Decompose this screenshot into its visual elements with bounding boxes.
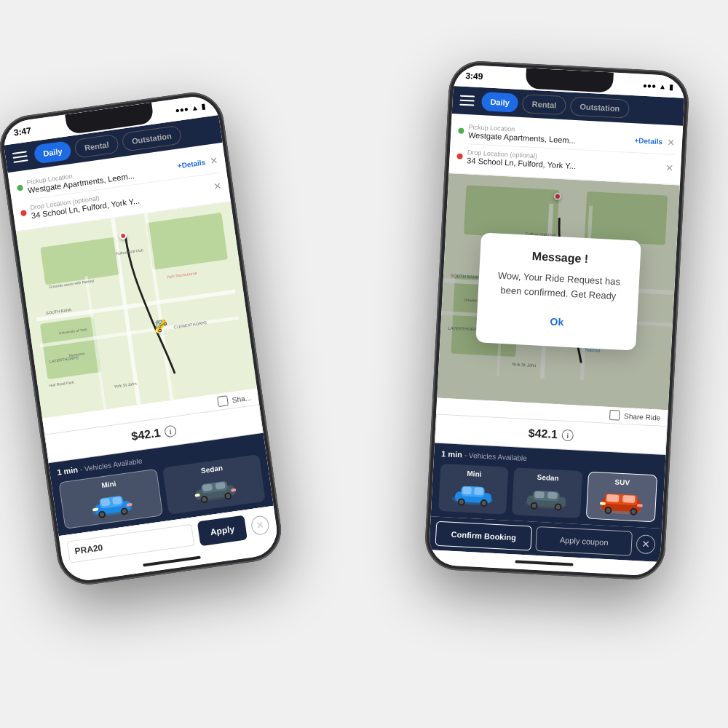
vehicles-subtext-left: - Vehicles Available xyxy=(79,456,143,473)
mini-car-svg-left xyxy=(87,488,137,521)
pickup-dot-left xyxy=(17,184,23,191)
svg-rect-63 xyxy=(548,492,558,499)
vehicle-sedan-right[interactable]: Sedan xyxy=(512,467,582,518)
signal-icon: ●●● xyxy=(175,104,189,114)
phone-left: 3:47 ●●● ▲ ▮ Daily Rental Outstation xyxy=(0,89,285,589)
home-bar-left xyxy=(143,555,201,566)
wifi-icon-right: ▲ xyxy=(659,82,666,90)
vehicle-sedan-left[interactable]: Sedan xyxy=(162,454,266,515)
phone-left-screen: 3:47 ●●● ▲ ▮ Daily Rental Outstation xyxy=(1,93,280,583)
modal-title: Message ! xyxy=(497,248,623,268)
apply-coupon-button[interactable]: Apply coupon xyxy=(535,526,633,556)
modal-ok-button[interactable]: Ok xyxy=(494,309,620,336)
pickup-text-right: Pickup Location Westgate Apartments, Lee… xyxy=(468,123,630,148)
svg-text:York Racecourse: York Racecourse xyxy=(166,271,197,280)
svg-text:Hull Road Park: Hull Road Park xyxy=(49,380,74,388)
info-icon-left[interactable]: i xyxy=(164,424,177,438)
vehicles-subtext-right: - Vehicles Available xyxy=(464,451,527,462)
svg-text:CLEMENTHORPE: CLEMENTHORPE xyxy=(173,320,207,329)
share-label-left: Sha... xyxy=(232,393,251,404)
map-left: SOUTH BANK CLEMENTHORPE LAYERTHORPE York… xyxy=(16,202,257,419)
share-label-right: Share Ride xyxy=(624,412,661,422)
wifi-icon: ▲ xyxy=(191,103,199,111)
tab-daily-left[interactable]: Daily xyxy=(33,141,72,165)
svg-rect-54 xyxy=(474,487,483,495)
svg-rect-3 xyxy=(144,213,174,400)
vehicles-time-left: 1 min xyxy=(57,465,79,477)
confirm-booking-button[interactable]: Confirm Booking xyxy=(435,521,533,551)
svg-rect-4 xyxy=(85,276,106,410)
modal-message: Wow, Your Ride Request has been confirme… xyxy=(496,269,622,304)
share-checkbox-left[interactable] xyxy=(217,395,229,407)
map-roads-left: SOUTH BANK CLEMENTHORPE LAYERTHORPE York… xyxy=(16,202,257,419)
plus-details-right[interactable]: +Details xyxy=(634,136,662,146)
price-value-right: $42.1 xyxy=(528,427,558,441)
tab-outstation-right[interactable]: Outstation xyxy=(570,97,630,119)
share-checkbox-right[interactable] xyxy=(609,410,620,421)
svg-rect-2 xyxy=(111,218,141,405)
mini-car-svg-right xyxy=(449,480,498,508)
svg-rect-0 xyxy=(36,290,236,322)
svg-rect-72 xyxy=(622,495,636,503)
sedan-car-svg-left xyxy=(189,473,240,506)
svg-rect-71 xyxy=(606,494,620,502)
hamburger-icon-left[interactable] xyxy=(12,151,28,163)
battery-icon-right: ▮ xyxy=(669,82,674,90)
pickup-clear-right[interactable]: ✕ xyxy=(667,136,676,148)
vehicle-suv-label-right: SUV xyxy=(593,477,652,488)
sedan-car-svg-right xyxy=(523,483,571,512)
vehicles-section-right: 1 min - Vehicles Available Mini xyxy=(431,443,666,529)
vehicle-suv-right[interactable]: SUV xyxy=(585,472,657,523)
battery-icon: ▮ xyxy=(201,102,206,111)
drop-dot-left xyxy=(20,210,27,216)
svg-rect-19 xyxy=(112,496,122,505)
status-icons-right: ●●● ▲ ▮ xyxy=(643,81,674,90)
status-time-left: 3:47 xyxy=(13,125,32,138)
pickup-clear-left[interactable]: ✕ xyxy=(209,154,218,166)
vehicle-mini-label-right: Mini xyxy=(445,468,505,479)
info-icon-right[interactable]: i xyxy=(561,430,574,442)
vehicle-mini-right[interactable]: Mini xyxy=(438,464,509,515)
svg-rect-62 xyxy=(535,491,545,499)
svg-text:York St John: York St John xyxy=(114,381,137,389)
scene: 3:47 ●●● ▲ ▮ Daily Rental Outstation xyxy=(0,0,728,728)
map-right: SOUTH BANK CLEMENTHORPE LAYERTHORPE York… xyxy=(437,173,680,410)
svg-rect-77 xyxy=(600,502,606,505)
vehicle-sedan-label-right: Sedan xyxy=(518,472,578,483)
tab-rental-left[interactable]: Rental xyxy=(74,134,119,159)
signal-icon-right: ●●● xyxy=(643,81,657,90)
svg-rect-18 xyxy=(100,498,110,507)
suv-car-svg-right xyxy=(597,488,646,516)
phone-right-screen: 3:49 ●●● ▲ ▮ Daily Rental Outstation xyxy=(428,64,686,577)
drop-dot-right xyxy=(456,154,462,159)
plus-details-left[interactable]: +Details xyxy=(177,158,206,170)
modal-box: Message ! Wow, Your Ride Request has bee… xyxy=(475,232,641,350)
svg-rect-53 xyxy=(462,487,472,495)
bottom-close-right[interactable]: ✕ xyxy=(636,534,655,554)
tab-outstation-left[interactable]: Outstation xyxy=(121,125,182,152)
svg-text:University of York: University of York xyxy=(58,327,87,335)
tab-daily-right[interactable]: Daily xyxy=(481,92,519,113)
drop-clear-left[interactable]: ✕ xyxy=(213,180,222,191)
hamburger-icon-right[interactable] xyxy=(459,95,475,106)
status-time-right: 3:49 xyxy=(465,71,483,82)
coupon-close-left[interactable]: ✕ xyxy=(250,515,270,536)
vehicle-mini-left[interactable]: Mini xyxy=(58,469,163,529)
apply-button-left[interactable]: Apply xyxy=(197,515,248,546)
status-icons-left: ●●● ▲ ▮ xyxy=(175,102,206,114)
map-bg-left: SOUTH BANK CLEMENTHORPE LAYERTHORPE York… xyxy=(16,202,257,419)
modal-overlay: Message ! Wow, Your Ride Request has bee… xyxy=(437,173,680,410)
drop-clear-right[interactable]: ✕ xyxy=(665,162,674,173)
vehicles-time-right: 1 min xyxy=(441,449,462,459)
pickup-dot-right xyxy=(458,128,464,134)
vehicles-grid-right: Mini xyxy=(438,464,657,523)
svg-rect-78 xyxy=(637,504,643,507)
phone-right: 3:49 ●●● ▲ ▮ Daily Rental Outstation xyxy=(424,60,690,581)
tab-rental-right[interactable]: Rental xyxy=(522,94,566,115)
home-bar-right xyxy=(515,560,573,566)
price-value-left: $42.1 xyxy=(130,427,161,443)
